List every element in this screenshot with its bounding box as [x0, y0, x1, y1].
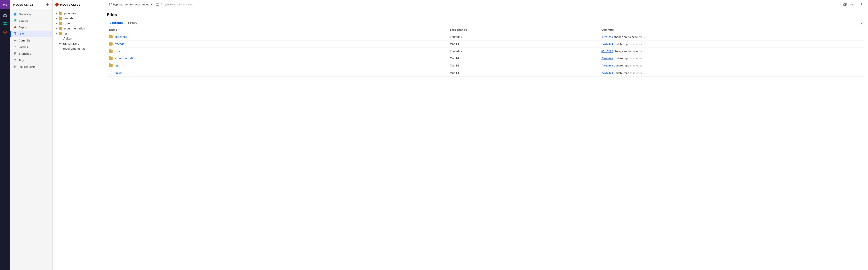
file-name[interactable]: .flake8 [114, 71, 122, 75]
commits-nav-icon [13, 39, 17, 42]
table-row: .pipelines Thursday 40fc7f90 change src … [107, 33, 864, 40]
svg-rect-14 [15, 19, 16, 21]
expand-icon[interactable] [861, 22, 864, 25]
folder-icon [59, 32, 62, 35]
tree-item-experimentation[interactable]: ▶ experimentation [53, 26, 103, 31]
sidebar-item-commits[interactable]: Commits [10, 37, 53, 44]
tab-history[interactable]: History [126, 20, 140, 26]
tab-contents[interactable]: Contents [107, 20, 126, 26]
tree-item-readme[interactable]: ▶ M↓ README.md [53, 41, 103, 46]
svg-point-24 [14, 66, 15, 66]
file-name[interactable]: code [115, 50, 121, 53]
nav-repos[interactable] [0, 28, 10, 36]
tree-item-flake8[interactable]: ▶ .flake8 [53, 36, 103, 41]
folder-icon [59, 17, 62, 20]
folder-icon [109, 64, 113, 67]
commits-cell: f761a1e4 update repo madiepev [599, 40, 864, 48]
sidebar-nav: Overview Boards Repos [10, 9, 53, 72]
sidebar-add-button[interactable] [45, 2, 50, 7]
branch-selector[interactable]: hyperparameter-experiment ▾ [107, 2, 154, 7]
svg-rect-1 [3, 22, 5, 23]
sidebar-item-tags[interactable]: Tags [10, 57, 53, 63]
sidebar-header: MLOps CLI v2 [10, 0, 53, 9]
path-search-input[interactable] [163, 3, 839, 6]
branches-nav-icon [13, 52, 17, 55]
repos-nav-icon [13, 26, 17, 29]
tree-item-pipelines[interactable]: ▶ .pipelines [53, 11, 103, 16]
tags-nav-icon [13, 58, 17, 62]
file-name[interactable]: .pipelines [115, 35, 127, 38]
svg-point-6 [4, 32, 6, 33]
col-commits[interactable]: Commits [599, 26, 864, 33]
sidebar-item-overview[interactable]: Overview [10, 11, 53, 18]
tree-item-test[interactable]: ▶ test [53, 31, 103, 36]
nav-boards[interactable] [0, 19, 10, 28]
svg-rect-9 [14, 13, 15, 14]
chevron-right-icon: ▶ [55, 17, 58, 20]
branch-dropdown-icon: ▾ [151, 3, 152, 6]
file-icon [59, 37, 62, 40]
markdown-icon: M↓ [59, 42, 62, 45]
pushes-nav-icon [13, 45, 17, 49]
file-tree: ▶ .pipelines ▶ .vscode ▶ code ▶ experime… [53, 9, 103, 270]
file-name[interactable]: experimentation [115, 57, 136, 60]
svg-rect-13 [14, 19, 14, 22]
svg-point-29 [111, 3, 112, 4]
repo-sidebar-menu-button[interactable]: ⋮ [96, 2, 100, 7]
branch-icon [109, 3, 112, 6]
commits-cell: 40fc7f90 change src to code ma... [599, 33, 864, 40]
tree-item-code[interactable]: ▶ code [53, 21, 103, 26]
files-table-head: Name Last change Commits [107, 26, 864, 33]
file-name-cell: test [107, 62, 447, 69]
overview-icon [13, 12, 17, 16]
last-change-cell: Thursday [447, 48, 599, 55]
file-name-cell: experimentation [107, 55, 447, 62]
svg-rect-11 [14, 14, 15, 16]
folder-nav-icon[interactable] [156, 2, 159, 7]
app-logo: MV [0, 0, 10, 9]
files-table: Name Last change Commits .p [107, 26, 864, 77]
main-sidebar: MLOps CLI v2 Overview [10, 0, 53, 270]
repo-sidebar-title: MLOps CLI v2 [55, 3, 81, 6]
file-name-cell: .pipelines [107, 33, 447, 40]
table-row: .vscode Mar 14 f761a1e4 update repo madi… [107, 40, 864, 48]
table-header-row: Name Last change Commits [107, 26, 864, 33]
file-icon [109, 71, 112, 75]
tree-item-vscode[interactable]: ▶ .vscode [53, 16, 103, 21]
app-sidebar: MV [0, 0, 10, 270]
svg-point-26 [16, 66, 16, 66]
file-name[interactable]: test [115, 64, 120, 67]
nav-overview[interactable] [0, 11, 10, 19]
tree-item-requirements[interactable]: ▶ requirements.txt [53, 46, 103, 51]
svg-rect-0 [3, 15, 7, 17]
sidebar-item-boards[interactable]: Boards [10, 18, 53, 24]
folder-icon [59, 12, 62, 15]
svg-rect-12 [15, 14, 17, 16]
table-row: code Thursday 40fc7f90 change src to cod… [107, 48, 864, 55]
file-name[interactable]: .vscode [115, 43, 125, 46]
sidebar-item-repos[interactable]: Repos [10, 24, 53, 31]
folder-icon [109, 50, 113, 53]
chevron-right-icon: ▶ [55, 22, 58, 25]
sidebar-item-pull-requests[interactable]: Pull requests [10, 63, 53, 70]
file-name-cell: code [107, 48, 447, 55]
content-header: hyperparameter-experiment ▾ / Clone ⋮ [103, 0, 868, 9]
boards-nav-icon [13, 19, 17, 23]
repos-icon [3, 30, 7, 34]
col-last-change[interactable]: Last change [447, 26, 599, 33]
sidebar-item-files[interactable]: Files [10, 31, 53, 37]
svg-point-23 [14, 59, 15, 60]
commits-cell: 40fc7f90 change src to code ma... [599, 48, 864, 55]
sidebar-item-branches[interactable]: Branches [10, 50, 53, 57]
sidebar-item-pushes[interactable]: Pushes [10, 44, 53, 50]
last-change-cell: Thursday [447, 33, 599, 40]
file-name-cell: .flake8 [107, 69, 447, 77]
more-options-button[interactable]: ⋮ [859, 2, 864, 7]
header-actions: Clone ⋮ [840, 2, 864, 7]
clone-button[interactable]: Clone [840, 2, 857, 7]
chevron-right-icon: ▶ [55, 32, 58, 35]
clone-icon [843, 3, 846, 6]
last-change-cell: Mar 14 [447, 40, 599, 48]
chevron-right-icon: ▶ [55, 27, 58, 30]
col-name[interactable]: Name [107, 26, 447, 33]
